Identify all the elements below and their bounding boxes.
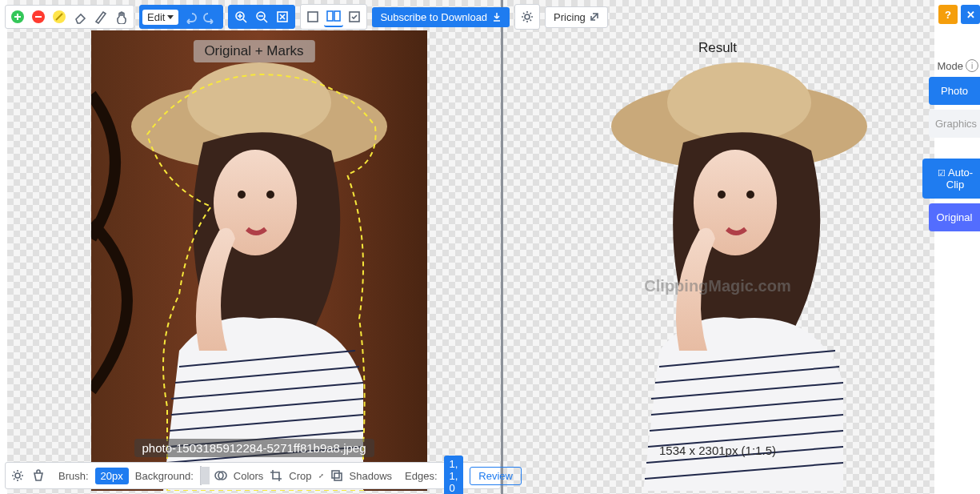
svg-point-15 — [667, 62, 811, 143]
shadows-button[interactable]: Shadows — [350, 470, 392, 482]
mode-graphics-button[interactable]: Graphics — [929, 110, 980, 138]
pricing-label: Pricing — [554, 11, 586, 23]
original-image — [91, 30, 427, 491]
svg-rect-42 — [334, 473, 342, 480]
edges-label: Edges: — [405, 470, 437, 482]
settings-gear-button[interactable] — [10, 467, 25, 484]
view-toggle-group — [300, 4, 367, 30]
caret-down-icon — [167, 15, 174, 19]
remove-mark-tool[interactable] — [29, 7, 48, 26]
svg-point-4 — [238, 191, 246, 199]
subscribe-button[interactable]: Subscribe to Download — [372, 7, 510, 27]
svg-rect-33 — [308, 12, 318, 22]
external-link-icon — [590, 12, 599, 22]
eraser-tool[interactable] — [70, 7, 90, 26]
subscribe-label: Subscribe to Download — [380, 11, 487, 23]
original-pane-label: Original + Marks — [193, 40, 314, 62]
edit-group: Edit — [139, 5, 223, 29]
filename-label: photo-1503185912284-5271ff81b9a8.jpeg — [134, 439, 374, 457]
zoom-out-button[interactable] — [252, 7, 271, 26]
zoom-group — [228, 5, 295, 29]
watermark: ClippingMagic.com — [644, 277, 790, 295]
hair-tool[interactable] — [50, 7, 69, 26]
svg-point-5 — [266, 191, 274, 199]
preferences-button[interactable] — [518, 7, 537, 26]
svg-point-2 — [187, 62, 331, 143]
pan-tool[interactable] — [112, 7, 131, 26]
crop-expand-icon: ⤢ — [318, 472, 324, 480]
svg-rect-35 — [334, 11, 340, 21]
edges-value-button[interactable]: 1, 1, 0 — [444, 456, 464, 495]
split-view-button[interactable] — [324, 6, 343, 27]
pricing-button[interactable]: Pricing — [545, 6, 608, 28]
settings-single — [514, 4, 540, 30]
edit-dropdown[interactable]: Edit — [142, 10, 178, 25]
background-swatch-button[interactable] — [200, 466, 202, 485]
bottom-toolbar: Brush: 20px Background: Colors Crop ⤢ Sh… — [5, 462, 501, 489]
bucket-button[interactable] — [31, 467, 46, 484]
top-toolbar: Edit Subscribe to Download — [5, 5, 975, 29]
svg-point-38 — [15, 473, 20, 478]
mark-tools-group — [5, 5, 134, 29]
pane-divider[interactable] — [501, 0, 503, 494]
undo-button[interactable] — [180, 7, 199, 26]
edit-label: Edit — [147, 11, 165, 23]
brush-size-button[interactable]: 20px — [95, 468, 129, 484]
svg-rect-34 — [327, 11, 333, 21]
scalpel-tool[interactable] — [91, 7, 110, 26]
svg-point-37 — [525, 14, 530, 19]
zoom-in-button[interactable] — [231, 7, 250, 26]
shadows-icon — [330, 467, 343, 484]
mode-photo-button[interactable]: Photo — [929, 77, 980, 105]
svg-rect-41 — [332, 471, 339, 478]
colors-icon — [214, 467, 227, 484]
colors-button[interactable]: Colors — [234, 470, 264, 482]
background-label: Background: — [135, 470, 194, 482]
mode-heading: Mode i — [937, 59, 978, 72]
result-pane-label: Result — [698, 40, 737, 56]
dimensions-label: 1534 x 2301px (1:1.5) — [659, 444, 776, 457]
add-mark-tool[interactable] — [8, 7, 27, 26]
original-pane[interactable]: Original + Marks — [7, 0, 501, 494]
original-toggle[interactable]: Original — [929, 203, 980, 231]
single-view-button[interactable] — [303, 7, 322, 26]
checklist-view-button[interactable] — [345, 7, 364, 26]
svg-point-18 — [746, 191, 754, 199]
info-icon[interactable]: i — [966, 59, 978, 72]
svg-point-17 — [718, 191, 726, 199]
autoclip-toggle[interactable]: ☑ Auto-Clip — [922, 159, 980, 199]
redo-button[interactable] — [201, 7, 220, 26]
result-pane[interactable]: Result ClippingMagic.com 1534 x 2 — [501, 0, 934, 494]
fit-screen-button[interactable] — [273, 7, 292, 26]
crop-icon — [270, 467, 282, 484]
crop-button[interactable]: Crop — [289, 470, 311, 482]
download-icon — [492, 12, 502, 22]
right-sidebar: ? ✕ Mode i Photo Graphics ☑ Auto-Clip Or… — [934, 5, 980, 231]
brush-label: Brush: — [58, 470, 89, 482]
result-image — [571, 30, 907, 491]
review-button[interactable]: Review — [470, 467, 522, 485]
